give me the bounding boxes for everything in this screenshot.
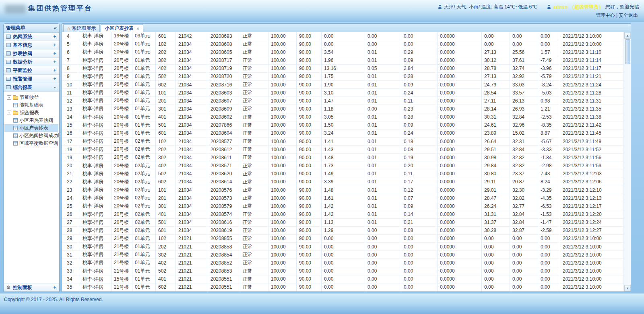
scroll-up-icon[interactable]: ▲ bbox=[624, 32, 631, 39]
table-row[interactable]: 13桃李-洋房20号楼01单元3012103420208609正常100.009… bbox=[62, 105, 624, 113]
table-row[interactable]: 21桃李-洋房20号楼02单元5022103420208620正常100.009… bbox=[62, 170, 624, 178]
table-row[interactable]: 9桃李-洋房20号楼01单元5022103420208720正常100.0090… bbox=[62, 73, 624, 81]
table-cell: 8 bbox=[62, 65, 80, 73]
table-row[interactable]: 8桃李-洋房20号楼01单元4022103420208719正常100.0090… bbox=[62, 65, 624, 73]
table-row[interactable]: 28桃李-洋房20号楼02单元6012103420208619正常100.009… bbox=[62, 227, 624, 235]
sidebar-item-6[interactable]: 报警管理+ bbox=[4, 75, 59, 83]
table-cell: 37.61 bbox=[510, 56, 538, 64]
table-cell: 2021/3/12 3:11:56 bbox=[560, 154, 624, 162]
table-cell: 1.48 bbox=[322, 154, 365, 162]
table-cell: 402 bbox=[156, 259, 176, 267]
table-row[interactable]: 30桃李-洋房21号楼01单元2022102120208858正常100.009… bbox=[62, 243, 624, 251]
sidebar-item-4[interactable]: 数据分析+ bbox=[4, 58, 59, 66]
table-cell: 01单元 bbox=[132, 48, 156, 56]
table-cell: 0.00 bbox=[322, 32, 365, 40]
table-cell: 21034 bbox=[176, 170, 208, 178]
table-row[interactable]: 35桃李-洋房21号楼01单元6022102120208551正常100.009… bbox=[62, 283, 624, 291]
table-cell: 正常 bbox=[240, 186, 268, 194]
table-cell: 25.56 bbox=[510, 48, 538, 56]
table-cell: 13 bbox=[62, 105, 80, 113]
table-cell: 桃李-洋房 bbox=[80, 48, 111, 56]
table-row[interactable]: 31桃李-洋房21号楼01单元3022102120208854正常100.009… bbox=[62, 251, 624, 259]
table-row[interactable]: 27桃李-洋房20号楼02单元5012103420208616正常100.009… bbox=[62, 219, 624, 227]
tab-2[interactable]: 小区户表抄表× bbox=[101, 24, 143, 32]
table-cell: 1.43 bbox=[322, 146, 365, 154]
tree-item[interactable]: 小区热阀抄阀成功率 bbox=[4, 132, 58, 140]
sidebar-item-5[interactable]: 平面监控+ bbox=[4, 66, 59, 75]
table-cell: 602 bbox=[156, 178, 176, 186]
table-row[interactable]: 15桃李-洋房20号楼01单元5012103420207866正常100.009… bbox=[62, 121, 624, 129]
expand-icon[interactable]: + bbox=[53, 42, 57, 48]
table-row[interactable]: 18桃李-洋房20号楼02单元2022103420208612正常100.009… bbox=[62, 146, 624, 154]
scroll-down-icon[interactable]: ▼ bbox=[624, 285, 631, 291]
expand-icon[interactable]: + bbox=[53, 76, 57, 82]
collapse-icon[interactable]: - bbox=[53, 84, 57, 90]
table-row[interactable]: 16桃李-洋房20号楼01单元6012103420208604正常100.009… bbox=[62, 129, 624, 138]
table-row[interactable]: 12桃李-洋房20号楼01单元2012103420208607正常100.009… bbox=[62, 97, 624, 105]
collapse-sidebar-icon[interactable]: « bbox=[54, 25, 57, 31]
table-row[interactable]: 29桃李-洋房21号楼01单元1022102120208855正常100.009… bbox=[62, 235, 624, 243]
table-row[interactable]: 19桃李-洋房20号楼02单元3022103420208611正常100.009… bbox=[62, 154, 624, 162]
table-cell: 33 bbox=[62, 267, 80, 275]
table-cell: 20号楼 bbox=[111, 65, 132, 73]
table-cell: 21034 bbox=[176, 56, 208, 64]
tree-collapse-icon[interactable]: - bbox=[7, 95, 11, 100]
table-row[interactable]: 10桃李-洋房20号楼01单元6022103420208716正常100.009… bbox=[62, 81, 624, 89]
sidebar-item-control-panel[interactable]: ⚙控制面板+ bbox=[4, 283, 59, 291]
table-cell: 90.00 bbox=[297, 202, 322, 210]
table-cell: 0.0000 bbox=[438, 32, 482, 40]
table-row[interactable]: 5桃李-洋房20号楼01单元1022103420208608正常100.0090… bbox=[62, 40, 624, 48]
table-cell: 0.09 bbox=[401, 121, 438, 129]
tree-item[interactable]: 小区用热表热阀 bbox=[4, 117, 58, 124]
expand-icon[interactable]: + bbox=[53, 68, 57, 73]
table-row[interactable]: 6桃李-洋房20号楼01单元2022103420208605正常100.0090… bbox=[62, 48, 624, 56]
table-cell: 0.0000 bbox=[438, 259, 482, 267]
sidebar-item-1[interactable]: 热网系统+ bbox=[4, 33, 59, 41]
expand-icon[interactable]: + bbox=[53, 285, 57, 290]
tree-collapse-icon[interactable]: - bbox=[7, 111, 11, 115]
table-row[interactable]: 17桃李-洋房20号楼02单元1022103420208577正常100.009… bbox=[62, 138, 624, 146]
sidebar-item-label: 控制面板 bbox=[13, 284, 32, 291]
scrollbar-thumb[interactable] bbox=[625, 39, 630, 64]
table-row[interactable]: 14桃李-洋房20号楼01单元4012103420208602正常100.009… bbox=[62, 113, 624, 121]
sidebar-item-7[interactable]: 综合报表- bbox=[4, 83, 59, 92]
table-row[interactable]: 24桃李-洋房20号楼02单元2012103420208573正常100.009… bbox=[62, 194, 624, 202]
table-row[interactable]: 32桃李-洋房21号楼01单元4022102120208852正常100.009… bbox=[62, 259, 624, 267]
table-cell: 2021/3/12 3:10:00 bbox=[560, 235, 624, 243]
tree-item[interactable]: 区域平衡数据查询 bbox=[4, 140, 58, 147]
table-row[interactable]: 33桃李-洋房21号楼01单元5022102120208853正常100.009… bbox=[62, 267, 624, 275]
table-row[interactable]: 7桃李-洋房20号楼01单元3022103420208717正常100.0090… bbox=[62, 56, 624, 64]
expand-icon[interactable]: + bbox=[53, 51, 57, 56]
table-row[interactable]: 11桃李-洋房20号楼01单元1012103420208603正常100.009… bbox=[62, 89, 624, 97]
table-cell: 桃李-洋房 bbox=[80, 97, 111, 105]
close-tab-icon[interactable]: × bbox=[136, 26, 139, 31]
admin-center-link[interactable]: 管理中心 bbox=[596, 12, 615, 18]
sidebar-item-3[interactable]: 抄表抄阀+ bbox=[4, 49, 59, 58]
tree-item[interactable]: 小区户表抄表 bbox=[4, 124, 58, 132]
tree-item[interactable]: -综合报表 bbox=[4, 109, 58, 117]
table-cell: 0.01 bbox=[365, 113, 401, 121]
table-cell: 正常 bbox=[240, 40, 268, 48]
tree-item[interactable]: -节能收益 bbox=[4, 94, 58, 101]
table-row[interactable]: 34桃李-洋房15号楼01单元4012102120208551正常100.009… bbox=[62, 275, 624, 283]
table-cell: 21034 bbox=[176, 146, 208, 154]
expand-icon[interactable]: + bbox=[53, 34, 57, 39]
table-row[interactable]: 22桃李-洋房20号楼02单元6022103420208614正常100.009… bbox=[62, 178, 624, 186]
tree-item[interactable]: 能耗基础表 bbox=[4, 101, 58, 109]
table-row[interactable]: 23桃李-洋房20号楼02单元1012103420208576正常100.009… bbox=[62, 186, 624, 194]
table-row[interactable]: 4桃李-洋房19号楼03单元6012104220208693正常100.0090… bbox=[62, 32, 624, 40]
table-cell: 20208716 bbox=[208, 81, 240, 89]
table-cell: 20号楼 bbox=[111, 105, 132, 113]
table-row[interactable]: 25桃李-洋房20号楼02单元3012103420208579正常100.009… bbox=[62, 202, 624, 210]
table-row[interactable]: 20桃李-洋房20号楼02单元4022103420208571正常100.009… bbox=[62, 162, 624, 170]
tab-1[interactable]: ⌂系统图展示 bbox=[63, 24, 100, 32]
table-cell: 0.01 bbox=[365, 162, 401, 170]
vertical-scrollbar[interactable]: ▲ ▼ bbox=[624, 32, 631, 291]
logout-link[interactable]: 安全退出 bbox=[619, 12, 638, 18]
sidebar-item-2[interactable]: 基本信息+ bbox=[4, 41, 59, 49]
table-cell: 正常 bbox=[240, 73, 268, 81]
table-row[interactable]: 26桃李-洋房20号楼02单元4012103420208574正常100.009… bbox=[62, 210, 624, 218]
table-cell: 2021/3/12 3:10:00 bbox=[560, 40, 624, 48]
table-cell: 32.84 bbox=[510, 146, 538, 154]
expand-icon[interactable]: + bbox=[53, 59, 57, 65]
